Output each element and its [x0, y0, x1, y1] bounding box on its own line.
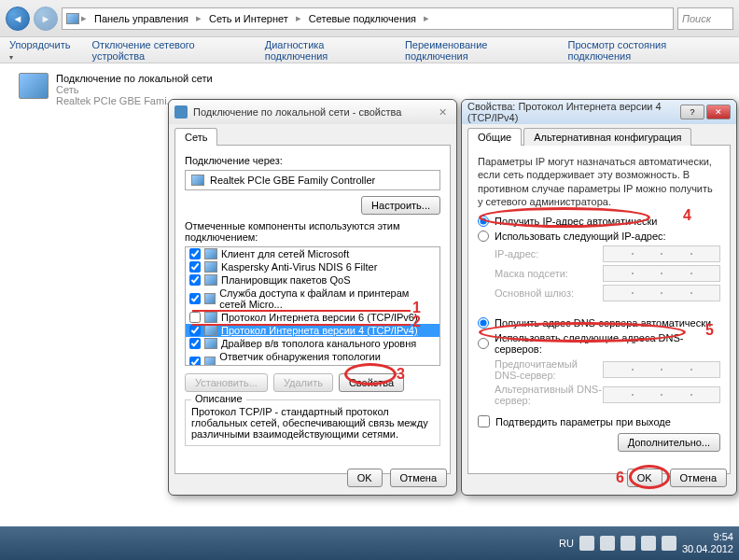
mask-input — [603, 265, 720, 282]
language-indicator[interactable]: RU — [559, 538, 574, 549]
dialog-titlebar[interactable]: Свойства: Протокол Интернета версии 4 (T… — [462, 100, 736, 124]
time: 9:54 — [682, 531, 733, 543]
validate-row[interactable]: Подтвердить параметры при выходе — [478, 415, 720, 427]
back-button[interactable]: ◄ — [6, 7, 30, 31]
component-item[interactable]: Драйвер в/в тополога канального уровня — [186, 337, 439, 350]
component-checkbox[interactable] — [189, 357, 201, 366]
breadcrumb-item[interactable]: Сетевые подключения — [303, 11, 422, 26]
chevron-right-icon: ▸ — [196, 12, 202, 24]
advanced-button[interactable]: Дополнительно... — [618, 433, 720, 452]
component-checkbox[interactable] — [189, 325, 201, 336]
ip-auto-radio-row[interactable]: Получить IP-адрес автоматически — [478, 216, 720, 227]
dialog-buttons: OK Отмена — [347, 469, 447, 487]
tray-icon[interactable] — [620, 536, 635, 551]
clock[interactable]: 9:54 30.04.2012 — [682, 531, 733, 555]
component-item[interactable]: Планировщик пакетов QoS — [186, 273, 439, 287]
install-button[interactable]: Установить... — [185, 373, 268, 392]
tab-row: Сеть — [174, 128, 451, 146]
tab-pane: Подключение через: Realtek PCIe GBE Fami… — [174, 145, 451, 474]
ok-button[interactable]: OK — [627, 469, 662, 487]
ip-addr-label: IP-адрес: — [495, 248, 603, 259]
toolbar-rename[interactable]: Переименование подключения — [405, 39, 551, 62]
cancel-button[interactable]: Отмена — [390, 469, 447, 487]
description-group: Описание Протокол TCP/IP - стандартный п… — [185, 399, 440, 446]
search-input[interactable]: Поиск — [677, 7, 733, 30]
mask-label: Маска подсети: — [495, 268, 603, 279]
toolbar-organize[interactable]: Упорядочить — [9, 39, 76, 62]
toolbar-disable[interactable]: Отключение сетевого устройства — [92, 39, 248, 62]
properties-button[interactable]: Свойства — [339, 373, 404, 392]
breadcrumb[interactable]: ▸ Панель управления ▸ Сеть и Интернет ▸ … — [62, 7, 674, 30]
components-label: Отмеченные компоненты используются этим … — [185, 220, 440, 243]
ip-manual-radio[interactable] — [478, 231, 489, 242]
component-icon — [204, 274, 217, 286]
nav-bar: ◄ ► ▸ Панель управления ▸ Сеть и Интерне… — [0, 0, 739, 37]
component-item[interactable]: Клиент для сетей Microsoft — [186, 247, 439, 260]
dns-auto-label: Получить адрес DNS-сервера автоматически — [495, 317, 711, 329]
component-item[interactable]: Ответчик обнаружения топологии канальног… — [186, 350, 439, 366]
component-checkbox[interactable] — [189, 261, 201, 273]
component-buttons: Установить... Удалить Свойства — [185, 373, 440, 392]
ipv4-properties-dialog: Свойства: Протокол Интернета версии 4 (T… — [461, 99, 737, 496]
taskbar[interactable]: RU 9:54 30.04.2012 — [0, 526, 739, 560]
tray-icon[interactable] — [579, 536, 594, 551]
component-icon — [204, 357, 216, 366]
gateway-label: Основной шлюз: — [495, 287, 603, 299]
component-item-ipv6[interactable]: Протокол Интернета версии 6 (TCP/IPv6) — [186, 311, 439, 324]
cancel-button[interactable]: Отмена — [670, 469, 727, 487]
component-checkbox[interactable] — [189, 248, 201, 259]
dns-pref-input — [603, 361, 720, 378]
toolbar-diagnose[interactable]: Диагностика подключения — [265, 39, 388, 62]
close-button[interactable]: ✕ — [434, 106, 451, 119]
component-icon — [204, 293, 216, 304]
dns-auto-radio-row[interactable]: Получить адрес DNS-сервера автоматически — [478, 317, 720, 329]
dialog-titlebar[interactable]: Подключение по локальной сети - свойства… — [169, 100, 456, 124]
tray-icon[interactable] — [641, 536, 656, 551]
dns-auto-radio[interactable] — [478, 317, 489, 329]
component-icon — [204, 325, 217, 336]
toolbar-status[interactable]: Просмотр состояния подключения — [568, 39, 731, 62]
info-text: Параметры IP могут назначаться автоматич… — [478, 155, 720, 208]
dns-pref-label: Предпочитаемый DNS-сервер: — [495, 358, 603, 381]
component-item[interactable]: Kaspersky Anti-Virus NDIS 6 Filter — [186, 260, 439, 273]
ip-manual-radio-row[interactable]: Использовать следующий IP-адрес: — [478, 231, 720, 242]
configure-button[interactable]: Настроить... — [361, 196, 440, 215]
adapter-icon — [191, 175, 204, 186]
explorer-toolbar: Упорядочить Отключение сетевого устройст… — [0, 37, 739, 63]
tray-icon[interactable] — [600, 536, 615, 551]
ip-manual-label: Использовать следующий IP-адрес: — [495, 231, 666, 242]
component-checkbox[interactable] — [189, 338, 201, 349]
connection-status: Сеть — [56, 84, 213, 95]
component-checkbox[interactable] — [189, 312, 201, 323]
components-list[interactable]: Клиент для сетей Microsoft Kaspersky Ant… — [185, 246, 440, 366]
ip-auto-radio[interactable] — [478, 216, 489, 227]
component-item[interactable]: Служба доступа к файлам и принтерам сете… — [186, 287, 439, 311]
dns-manual-radio[interactable] — [478, 338, 489, 349]
component-checkbox[interactable] — [189, 274, 201, 286]
tray-icon[interactable] — [662, 536, 676, 551]
tab-alternative[interactable]: Альтернативная конфигурация — [523, 128, 691, 146]
component-item-ipv4[interactable]: Протокол Интернета версии 4 (TCP/IPv4) — [186, 324, 439, 337]
description-text: Протокол TCP/IP - стандартный протокол г… — [191, 406, 434, 440]
connection-title: Подключение по локальной сети — [56, 73, 213, 84]
tab-general[interactable]: Общие — [467, 128, 522, 146]
dns-manual-radio-row[interactable]: Использовать следующие адреса DNS-сервер… — [478, 332, 720, 355]
breadcrumb-item[interactable]: Сеть и Интернет — [203, 11, 294, 26]
validate-checkbox[interactable] — [478, 415, 490, 427]
ip-addr-input — [603, 245, 720, 262]
help-button[interactable]: ? — [680, 105, 704, 119]
description-title: Описание — [191, 393, 246, 404]
forward-button[interactable]: ► — [34, 7, 58, 31]
component-icon — [204, 248, 217, 259]
component-checkbox[interactable] — [189, 293, 201, 304]
tab-network[interactable]: Сеть — [174, 128, 217, 146]
breadcrumb-item[interactable]: Панель управления — [89, 11, 194, 26]
dns-alt-label: Альтернативный DNS-сервер: — [495, 384, 603, 406]
breadcrumb-icon — [66, 13, 79, 24]
ok-button[interactable]: OK — [347, 469, 383, 487]
remove-button[interactable]: Удалить — [273, 373, 333, 392]
component-icon — [204, 261, 217, 273]
close-button[interactable]: ✕ — [706, 105, 731, 119]
dns-manual-label: Использовать следующие адреса DNS-сервер… — [495, 332, 720, 355]
dns-alt-input — [603, 386, 720, 403]
